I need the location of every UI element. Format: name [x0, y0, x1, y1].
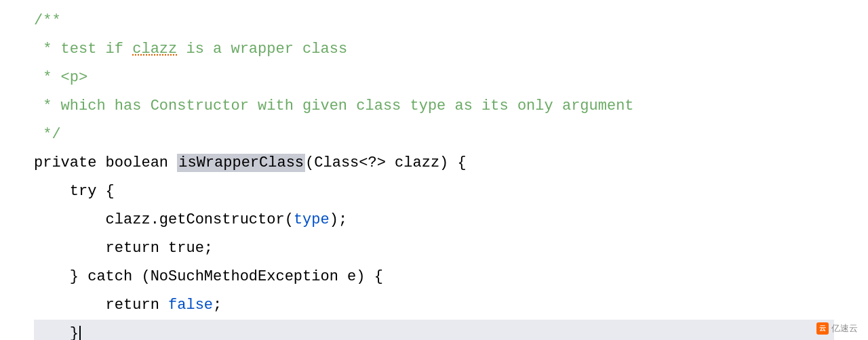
- code-line-1: /**: [34, 7, 834, 35]
- comment-text: * which has Constructor with given class…: [34, 94, 634, 118]
- text-cursor: [79, 326, 81, 340]
- code-line-6: private boolean isWrapperClass(Class<?> …: [34, 149, 834, 177]
- type-text: type: [294, 211, 330, 228]
- code-text: }: [34, 322, 81, 340]
- code-line-4: * which has Constructor with given class…: [34, 92, 834, 121]
- code-line-9: return true;: [34, 234, 834, 263]
- code-container: /** * test if clazz is a wrapper class *…: [0, 0, 868, 340]
- code-line-5: */: [34, 121, 834, 149]
- code-text: return true;: [34, 236, 213, 260]
- false-text: false: [168, 297, 213, 314]
- code-line-12: }: [34, 320, 834, 340]
- code-text: try {: [34, 179, 115, 203]
- code-line-10: } catch (NoSuchMethodException e) {: [34, 263, 834, 291]
- watermark: 云 亿速云: [816, 322, 858, 335]
- method-highlight: isWrapperClass: [177, 154, 305, 172]
- code-line-7: try {: [34, 177, 834, 206]
- code-line-8: clazz.getConstructor(type);: [34, 206, 834, 234]
- code-text: return false;: [34, 293, 222, 317]
- code-text: clazz.getConstructor(type);: [34, 208, 347, 232]
- code-block: /** * test if clazz is a wrapper class *…: [0, 7, 868, 340]
- comment-text: * <p>: [34, 66, 87, 89]
- comment-text: */: [34, 123, 61, 146]
- code-line-11: return false;: [34, 291, 834, 320]
- watermark-icon: 云: [816, 322, 829, 335]
- code-text: } catch (NoSuchMethodException e) {: [34, 265, 383, 289]
- code-line-2: * test if clazz is a wrapper class: [34, 35, 834, 64]
- code-line-3: * <p>: [34, 64, 834, 92]
- code-text: private boolean isWrapperClass(Class<?> …: [34, 151, 467, 175]
- comment-text: /**: [34, 9, 61, 33]
- clazz-underline: clazz: [132, 41, 177, 58]
- comment-text: * test if clazz is a wrapper class: [34, 37, 347, 61]
- watermark-text: 亿速云: [831, 322, 858, 335]
